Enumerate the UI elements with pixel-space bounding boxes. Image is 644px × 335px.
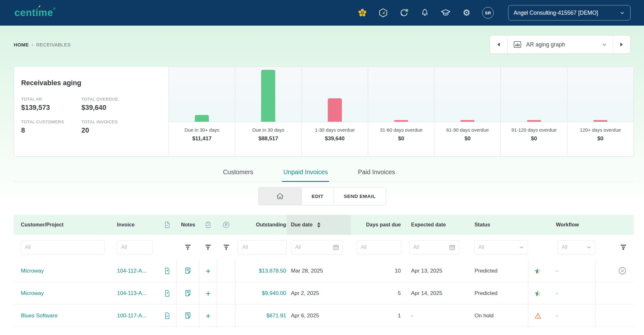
user-avatar[interactable]: SR <box>482 7 494 19</box>
due-date-cell: Apr 2, 2025 <box>287 282 351 304</box>
outstanding-filter-input[interactable] <box>238 240 287 254</box>
warning-triangle-icon[interactable] <box>534 312 542 320</box>
centime-logo[interactable]: centime® <box>14 7 56 19</box>
col-header-actions <box>595 215 634 235</box>
toolbar-row: EDIT SEND EMAIL <box>0 187 644 205</box>
chart-bar <box>593 120 607 122</box>
stat-value: 8 <box>21 127 81 135</box>
edit-button[interactable]: EDIT <box>301 187 334 205</box>
plus-icon[interactable]: + <box>206 312 211 320</box>
days-past-due-cell: 10 <box>351 260 401 282</box>
invoice-link[interactable]: 100-117-A... <box>117 313 146 319</box>
chevron-down-icon <box>519 244 524 250</box>
days-past-due-filter-input[interactable] <box>357 240 401 254</box>
bell-icon[interactable] <box>420 8 430 18</box>
col-header-invoice: Invoice <box>111 215 158 235</box>
workflow-cell: - <box>556 290 558 297</box>
expected-date-filter-input[interactable] <box>409 240 459 254</box>
company-selector[interactable]: Angel Consulting-415567 [DEMO] <box>508 5 631 20</box>
chart-bar <box>328 98 342 122</box>
promise-p-icon[interactable]: P <box>217 215 235 235</box>
status-filter-select[interactable]: All <box>474 240 528 254</box>
sync-status-icon[interactable] <box>399 8 409 18</box>
receivables-aging-card: Receivables aging TOTAL AR $139,573 TOTA… <box>14 67 634 156</box>
avatar-initials: SR <box>485 11 491 15</box>
invoice-doc-icon[interactable] <box>158 215 177 235</box>
stat-total-customers: TOTAL CUSTOMERS 8 <box>21 119 81 135</box>
home-view-button[interactable] <box>259 187 301 205</box>
star-half-green-icon[interactable] <box>534 290 542 297</box>
days-past-due-cell: 1 <box>351 305 401 327</box>
expected-date-cell: Apr 13, 2025 <box>401 260 459 282</box>
table-row[interactable]: Blues Software 100-117-A... + $671.91 Ap… <box>14 305 634 327</box>
note-icon[interactable] <box>184 267 192 275</box>
logo-arrow-accent-icon <box>36 4 42 9</box>
doc-add-icon[interactable] <box>163 267 171 275</box>
page: centime® <box>0 0 644 335</box>
promise-filter-icon[interactable] <box>224 245 229 250</box>
graph-next-button[interactable] <box>613 36 630 53</box>
tabs-bar: Customers Unpaid Invoices Paid Invoices <box>14 165 634 182</box>
aging-bucket-overdue-61-90[interactable]: 61-90 days overdue $0 <box>434 67 500 156</box>
workflow-cell: - <box>556 268 558 274</box>
bucket-value: $39,640 <box>302 135 368 142</box>
plus-icon[interactable]: + <box>206 289 211 298</box>
bucket-label: 1-30 days overdue <box>302 127 368 133</box>
home-icon <box>276 192 285 201</box>
tab-customers[interactable]: Customers <box>222 165 254 182</box>
bucket-label: 31-60 days overdue <box>368 127 434 133</box>
aging-bucket-due-30plus[interactable]: Due in 30+ days $11,417 <box>169 67 235 156</box>
note-icon[interactable] <box>184 289 192 297</box>
bucket-label: Due in 30 days <box>235 127 301 133</box>
table-row[interactable]: Microway 104-113-A... + $9,940.00 Apr 2,… <box>14 282 634 305</box>
send-email-button[interactable]: SEND EMAIL <box>334 187 386 205</box>
customer-link[interactable]: Microway <box>21 290 44 297</box>
note-icon[interactable] <box>184 312 192 320</box>
aging-bucket-overdue-120plus[interactable]: 120+ days overdue $0 <box>567 67 633 156</box>
table-header-row: Customer/Project Invoice Notes <box>14 215 634 235</box>
doc-add-icon[interactable] <box>163 290 171 297</box>
due-date-cell: Mar 28, 2025 <box>287 260 351 282</box>
due-date-cell: Apr 6, 2025 <box>287 305 351 327</box>
status-cell: Predicted <box>459 282 528 304</box>
tab-paid-invoices[interactable]: Paid Invoices <box>357 165 396 182</box>
sort-icon[interactable] <box>317 222 320 228</box>
calendar-icon[interactable] <box>449 244 456 251</box>
customer-filter-input[interactable] <box>21 240 105 254</box>
clipboard-check-icon[interactable] <box>199 215 217 235</box>
tab-unpaid-invoices[interactable]: Unpaid Invoices <box>282 165 329 182</box>
pause-circle-icon[interactable] <box>618 266 627 275</box>
graph-prev-button[interactable] <box>490 36 507 53</box>
aging-bucket-overdue-1-30[interactable]: 1-30 days overdue $39,640 <box>301 67 368 156</box>
breadcrumb-home-link[interactable]: HOME <box>14 42 29 47</box>
col-header-due-date[interactable]: Due date <box>287 215 351 235</box>
bucket-label: 61-90 days overdue <box>434 127 500 133</box>
gear-icon[interactable]: ⚙ <box>461 8 472 18</box>
workflow-filter-select[interactable]: All <box>557 240 595 254</box>
invoice-filter-input[interactable] <box>117 240 153 254</box>
compass-hexagon-icon[interactable] <box>378 8 388 18</box>
customer-link[interactable]: Microway <box>21 268 44 274</box>
customer-link[interactable]: Blues Software <box>21 313 57 319</box>
aging-bucket-due-30[interactable]: Due in 30 days $88,517 <box>235 67 301 156</box>
flower-icon[interactable] <box>357 8 367 18</box>
aging-bucket-overdue-91-120[interactable]: 91-120 days overdue $0 <box>500 67 567 156</box>
attachment-filter-icon[interactable] <box>185 245 191 250</box>
graph-select-dropdown[interactable]: AR aging graph <box>507 36 613 53</box>
bar-chart-icon <box>513 40 522 49</box>
invoice-link[interactable]: 104-113-A... <box>117 290 146 297</box>
due-date-filter-input[interactable] <box>291 240 343 254</box>
aging-bucket-overdue-31-60[interactable]: 31-60 days overdue $0 <box>368 67 434 156</box>
star-half-green-icon[interactable] <box>534 267 542 275</box>
plus-icon[interactable]: + <box>206 267 211 275</box>
bucket-value: $0 <box>434 135 500 142</box>
notes-filter-icon[interactable] <box>205 245 211 250</box>
navbar-actions: ⚙ SR Angel Consulting-415567 [DEMO] <box>357 5 631 20</box>
doc-chart-icon[interactable] <box>163 312 171 320</box>
table-filter-icon[interactable] <box>621 245 626 250</box>
table-row[interactable]: Microway 104-112-A... + $13,678.50 Mar 2… <box>14 260 634 282</box>
graduation-cap-icon[interactable] <box>441 8 451 18</box>
calendar-icon[interactable] <box>333 244 339 251</box>
col-header-notes: Notes <box>177 215 199 235</box>
invoice-link[interactable]: 104-112-A... <box>117 268 146 274</box>
